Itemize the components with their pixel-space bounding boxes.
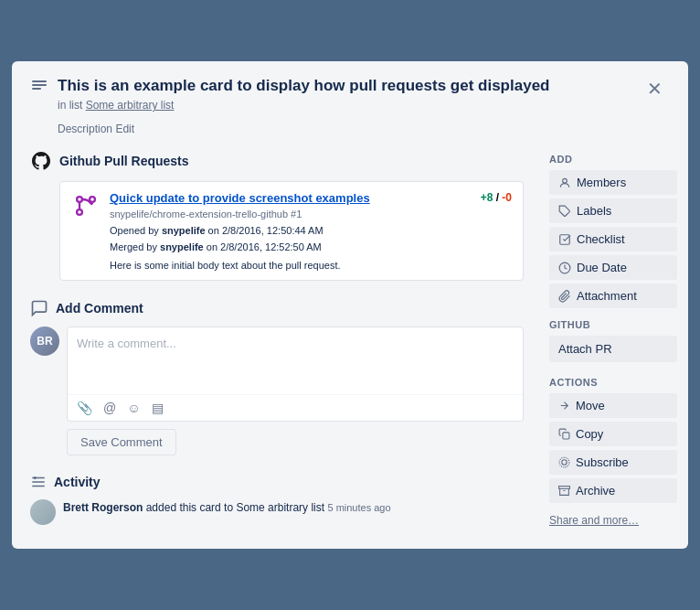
close-button[interactable]: ✕ (640, 76, 670, 102)
github-section: Github Pull Requests (30, 150, 524, 280)
svg-point-18 (559, 458, 569, 468)
diff-added: +8 (481, 191, 493, 204)
svg-point-4 (77, 210, 82, 216)
members-icon (558, 177, 571, 189)
svg-point-3 (77, 198, 82, 203)
list-link[interactable]: Some arbitrary list (86, 99, 175, 112)
github-section-title: Github Pull Requests (59, 154, 189, 168)
description-edit-link[interactable]: Edit (115, 123, 134, 135)
comment-input-row: BR 📎 @ ☺ ▤ (30, 326, 524, 422)
sidebar-github-title: Github (549, 319, 677, 330)
pr-diff: +8 / -0 (481, 191, 512, 204)
comment-icon (30, 299, 48, 317)
svg-rect-1 (32, 84, 47, 86)
due-date-icon (558, 262, 571, 274)
pr-repo: snypelife/chrome-extension-trello-github… (110, 209, 512, 219)
text-format-icon[interactable]: ▤ (150, 399, 165, 417)
checklist-button[interactable]: Checklist (549, 227, 677, 251)
save-comment-button[interactable]: Save Comment (67, 429, 176, 455)
svg-rect-0 (32, 80, 47, 82)
pr-top-row: Quick update to provide screenshot examp… (110, 191, 512, 205)
pr-branch-icon (71, 191, 101, 220)
comment-title: Add Comment (56, 301, 143, 316)
subscribe-button[interactable]: Subscribe (549, 450, 677, 475)
svg-point-10 (34, 476, 37, 479)
svg-point-17 (562, 460, 567, 465)
diff-removed: -0 (502, 191, 512, 204)
activity-section: Activity Brett Rogerson added this card … (30, 474, 524, 525)
labels-button[interactable]: Labels (549, 198, 677, 223)
copy-icon (558, 428, 570, 440)
modal-header: This is an example card to display how p… (12, 61, 688, 119)
modal-body: Github Pull Requests (12, 143, 688, 548)
pr-details: Quick update to provide screenshot examp… (110, 191, 512, 270)
pr-opened-line: Opened by snypelife on 2/8/2016, 12:50:4… (110, 223, 512, 240)
activity-title: Activity (54, 475, 101, 489)
activity-avatar (30, 499, 56, 525)
svg-rect-2 (32, 88, 41, 90)
pr-title-link[interactable]: Quick update to provide screenshot examp… (110, 191, 473, 205)
labels-icon (558, 205, 571, 218)
comment-header: Add Comment (30, 299, 524, 317)
card-subtitle: in list Some arbitrary list (58, 99, 631, 112)
sidebar: Add Members Labels Checklist Due Date (542, 143, 688, 548)
comment-toolbar: 📎 @ ☺ ▤ (68, 394, 523, 421)
activity-text: Brett Rogerson added this card to Some a… (63, 499, 391, 516)
svg-point-11 (563, 178, 567, 183)
share-more-button[interactable]: Share and more… (549, 510, 639, 530)
card-icon (30, 78, 48, 99)
activity-icon (30, 474, 47, 490)
attachment-button[interactable]: Attachment (549, 284, 677, 308)
comment-section: Add Comment BR 📎 @ ☺ ▤ (30, 299, 524, 455)
activity-action: added this card to (146, 501, 237, 514)
activity-header: Activity (30, 474, 524, 490)
github-logo-icon (30, 150, 52, 172)
pr-body: Here is some initial body text about the… (110, 260, 512, 271)
avatar-img: BR (30, 326, 59, 356)
members-button[interactable]: Members (549, 170, 677, 195)
pr-icon (73, 193, 99, 219)
sidebar-actions-title: Actions (549, 377, 677, 388)
move-icon (558, 400, 570, 412)
pr-card: Quick update to provide screenshot examp… (59, 181, 524, 280)
attachment-icon (558, 290, 571, 303)
pr-meta: Opened by snypelife on 2/8/2016, 12:50:4… (110, 223, 512, 255)
subscribe-icon (558, 456, 570, 468)
move-button[interactable]: Move (549, 393, 677, 418)
sidebar-add-title: Add (549, 154, 677, 165)
archive-icon (558, 485, 570, 497)
attach-pr-button[interactable]: Attach PR (549, 336, 677, 362)
copy-button[interactable]: Copy (549, 422, 677, 446)
emoji-icon[interactable]: ☺ (125, 399, 142, 417)
attach-icon[interactable]: 📎 (75, 399, 94, 417)
svg-rect-19 (559, 487, 570, 489)
activity-item: Brett Rogerson added this card to Some a… (30, 499, 524, 525)
at-icon[interactable]: @ (101, 399, 118, 417)
modal-title-area: This is an example card to display how p… (58, 76, 631, 112)
activity-time: 5 minutes ago (327, 502, 390, 513)
description-row: Description Edit (12, 119, 688, 143)
modal-overlay: This is an example card to display how p… (0, 0, 700, 610)
archive-button[interactable]: Archive (549, 478, 677, 503)
card-modal: This is an example card to display how p… (12, 61, 688, 548)
card-title: This is an example card to display how p… (58, 76, 631, 96)
svg-rect-13 (560, 235, 570, 245)
due-date-button[interactable]: Due Date (549, 255, 677, 280)
svg-rect-16 (563, 433, 569, 439)
user-avatar: BR (30, 326, 59, 356)
github-section-header: Github Pull Requests (30, 150, 524, 172)
comment-box-wrapper: 📎 @ ☺ ▤ (67, 326, 524, 422)
checklist-icon (558, 233, 571, 246)
pr-merged-line: Merged by snypelife on 2/8/2016, 12:52:5… (110, 240, 512, 256)
comment-textarea[interactable] (68, 327, 523, 391)
main-content: Github Pull Requests (12, 143, 542, 548)
